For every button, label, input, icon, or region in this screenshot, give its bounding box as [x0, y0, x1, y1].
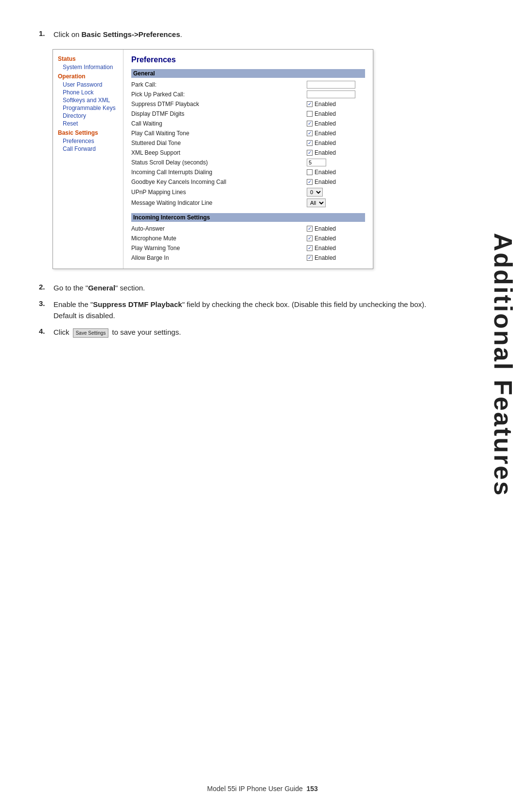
upnp-mapping-select[interactable]: 0 1 2: [307, 188, 323, 197]
step2-block: 2. Go to the "General" section.: [39, 283, 438, 294]
play-warning-row: Play Warning Tone Enabled: [131, 243, 365, 253]
step1-text: Click on Basic Settings->Preferences.: [53, 29, 182, 40]
msg-waiting-row: Message Waiting Indicator Line All 1 2: [131, 198, 365, 208]
display-dtmf-row: Display DTMF Digits Enabled: [131, 109, 365, 119]
play-call-waiting-row: Play Call Waiting Tone Enabled: [131, 128, 365, 138]
call-waiting-checkbox[interactable]: [307, 121, 313, 126]
play-warning-label: Play Warning Tone: [131, 245, 307, 252]
auto-answer-label: Auto-Answer: [131, 225, 307, 232]
suppress-dtmf-value: Enabled: [307, 101, 365, 108]
preferences-title: Preferences: [131, 55, 365, 64]
sidebar-item-softkeys-xml[interactable]: Softkeys and XML: [53, 96, 123, 104]
pickup-parked-label: Pick Up Parked Call:: [131, 91, 307, 98]
xml-beep-enabled-label: Enabled: [315, 149, 336, 156]
park-call-row: Park Call:: [131, 80, 365, 90]
step1-bold: Basic Settings->Preferences: [82, 30, 180, 38]
call-waiting-enabled-label: Enabled: [315, 120, 336, 127]
step4-text: Click Save Settings to save your setting…: [53, 327, 181, 338]
incoming-interrupts-checkbox[interactable]: [307, 169, 313, 175]
sidebar-item-preferences[interactable]: Preferences: [53, 137, 123, 145]
operation-label: Operation: [53, 71, 123, 81]
status-scroll-label: Status Scroll Delay (seconds): [131, 159, 307, 166]
main-content: Preferences General Park Call: Pick Up P…: [123, 50, 373, 269]
display-dtmf-enabled-label: Enabled: [315, 110, 336, 117]
step4-number: 4.: [39, 327, 53, 335]
upnp-mapping-value: 0 1 2: [307, 188, 365, 197]
stutter-dial-row: Stuttered Dial Tone Enabled: [131, 138, 365, 148]
step3-text: Enable the "Suppress DTMF Playback" fiel…: [53, 299, 438, 321]
upnp-mapping-row: UPnP Mapping Lines 0 1 2: [131, 187, 365, 198]
mic-mute-label: Microphone Mute: [131, 235, 307, 242]
play-call-waiting-enabled-label: Enabled: [315, 130, 336, 137]
suppress-dtmf-label: Suppress DTMF Playback: [131, 101, 307, 108]
mic-mute-checkbox[interactable]: [307, 235, 313, 241]
sidebar-item-programmable-keys[interactable]: Programmable Keys: [53, 104, 123, 112]
goodbye-key-checkbox[interactable]: [307, 179, 313, 185]
msg-waiting-label: Message Waiting Indicator Line: [131, 199, 307, 206]
step2-text: Go to the "General" section.: [53, 283, 145, 294]
park-call-input[interactable]: [307, 81, 355, 89]
sidebar-item-directory[interactable]: Directory: [53, 112, 123, 120]
steps-section: 2. Go to the "General" section. 3. Enabl…: [39, 283, 438, 338]
park-call-value: [307, 81, 365, 89]
stutter-dial-value: Enabled: [307, 140, 365, 146]
step3-number: 3.: [39, 299, 53, 307]
general-section-header: General: [131, 69, 365, 78]
sidebar-item-phone-lock[interactable]: Phone Lock: [53, 89, 123, 96]
step4-block: 4. Click Save Settings to save your sett…: [39, 327, 438, 338]
status-label: Status: [53, 54, 123, 63]
play-call-waiting-checkbox[interactable]: [307, 130, 313, 136]
goodbye-key-label: Goodbye Key Cancels Incoming Call: [131, 179, 307, 185]
sidebar-item-reset[interactable]: Reset: [53, 120, 123, 127]
sidebar-item-call-forward[interactable]: Call Forward: [53, 145, 123, 153]
footer-page-number: 153: [307, 785, 318, 793]
status-scroll-value: [307, 159, 365, 166]
pickup-parked-input[interactable]: [307, 90, 355, 98]
step2-bold: General: [88, 284, 115, 292]
auto-answer-checkbox[interactable]: [307, 226, 313, 232]
step2-number: 2.: [39, 283, 53, 291]
xml-beep-row: XML Beep Support Enabled: [131, 148, 365, 158]
msg-waiting-select[interactable]: All 1 2: [307, 198, 326, 207]
suppress-dtmf-checkbox[interactable]: [307, 101, 313, 107]
sidebar-item-user-password[interactable]: User Password: [53, 81, 123, 89]
pickup-parked-value: [307, 90, 365, 98]
mic-mute-row: Microphone Mute Enabled: [131, 234, 365, 243]
auto-answer-row: Auto-Answer Enabled: [131, 224, 365, 234]
stutter-dial-checkbox[interactable]: [307, 140, 313, 146]
footer-text: Model 55i IP Phone User Guide: [207, 785, 303, 793]
mic-mute-enabled-label: Enabled: [315, 235, 336, 242]
play-warning-enabled-label: Enabled: [315, 245, 336, 252]
xml-beep-checkbox[interactable]: [307, 150, 313, 156]
xml-beep-label: XML Beep Support: [131, 149, 307, 156]
display-dtmf-checkbox[interactable]: [307, 111, 313, 117]
park-call-label: Park Call:: [131, 81, 307, 88]
intercom-section-header: Incoming Intercom Settings: [131, 213, 365, 222]
pickup-parked-row: Pick Up Parked Call:: [131, 90, 365, 99]
sidebar: Status System Information Operation User…: [53, 50, 123, 269]
save-settings-button[interactable]: Save Settings: [73, 328, 109, 338]
upnp-mapping-label: UPnP Mapping Lines: [131, 189, 307, 196]
play-warning-checkbox[interactable]: [307, 245, 313, 251]
footer: Model 55i IP Phone User Guide 153: [0, 785, 525, 793]
suppress-dtmf-enabled-label: Enabled: [315, 101, 336, 108]
step3-bold: Suppress DTMF Playback: [93, 300, 182, 308]
allow-barge-row: Allow Barge In Enabled: [131, 253, 365, 263]
allow-barge-checkbox[interactable]: [307, 255, 313, 261]
play-warning-value: Enabled: [307, 245, 365, 252]
screenshot-image: Status System Information Operation User…: [52, 49, 373, 269]
call-waiting-label: Call Waiting: [131, 120, 307, 127]
display-dtmf-label: Display DTMF Digits: [131, 110, 307, 117]
incoming-interrupts-value: Enabled: [307, 169, 365, 176]
status-scroll-input[interactable]: [307, 159, 326, 166]
allow-barge-label: Allow Barge In: [131, 254, 307, 261]
mic-mute-value: Enabled: [307, 235, 365, 242]
auto-answer-value: Enabled: [307, 225, 365, 232]
goodbye-key-row: Goodbye Key Cancels Incoming Call Enable…: [131, 177, 365, 187]
incoming-interrupts-row: Incoming Call Interrupts Dialing Enabled: [131, 167, 365, 177]
msg-waiting-value: All 1 2: [307, 198, 365, 207]
play-call-waiting-label: Play Call Waiting Tone: [131, 130, 307, 137]
incoming-interrupts-enabled-label: Enabled: [315, 169, 336, 176]
sidebar-item-system-info[interactable]: System Information: [53, 63, 123, 71]
stutter-dial-enabled-label: Enabled: [315, 140, 336, 146]
